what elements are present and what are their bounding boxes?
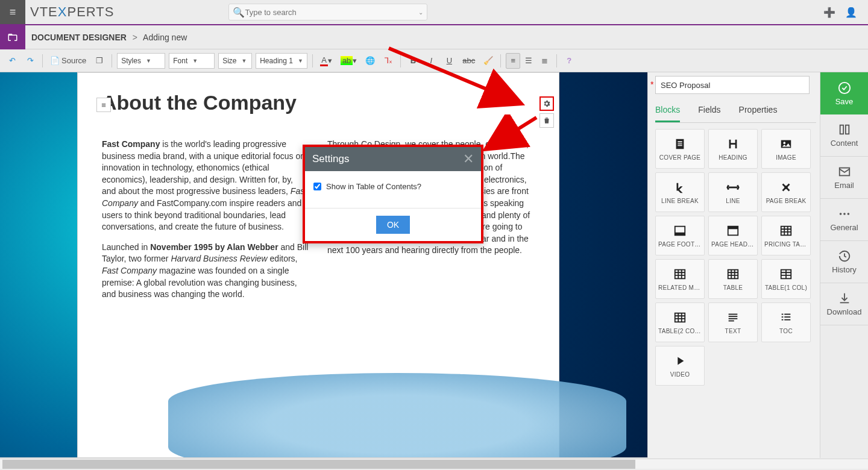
modal-ok-button[interactable]: OK (376, 216, 410, 234)
search-input[interactable] (245, 8, 418, 17)
user-profile-icon[interactable]: 👤 (845, 7, 857, 18)
bg-color-button[interactable]: ab▾ (338, 53, 359, 69)
styles-label: Styles (121, 57, 141, 65)
add-new-icon[interactable]: ➕ (823, 7, 835, 18)
source-button[interactable]: 📄 Source (48, 53, 89, 69)
text: Fast Company (102, 139, 160, 149)
help-button[interactable]: ? (562, 53, 576, 69)
block-label: PAGE HEADER (709, 241, 757, 248)
svg-point-6 (785, 186, 787, 188)
redo-button[interactable]: ↷ (23, 53, 37, 69)
breadcrumb-sep: > (133, 33, 137, 42)
block-item-line[interactable]: LINE (708, 172, 758, 212)
global-search[interactable]: 🔍 ⌄ (228, 4, 427, 20)
breadcrumb-main[interactable]: DOCUMENT DESIGNER (31, 33, 127, 42)
email-button[interactable]: Email (820, 157, 868, 199)
toolbar-divider (400, 54, 401, 67)
module-icon[interactable] (0, 25, 25, 49)
text-color-button[interactable]: A▾ (318, 53, 335, 69)
content-button[interactable]: Content (820, 114, 868, 157)
settings-modal: Settings ✕ Show in Table of Contents? OK (303, 145, 483, 243)
toc-checkbox-row[interactable]: Show in Table of Contents? (313, 182, 473, 191)
insert-image-button[interactable]: 🌐 (363, 53, 377, 69)
required-asterisk: * (650, 80, 653, 89)
block-item-page-header[interactable]: PAGE HEADER (708, 216, 758, 255)
tab-properties[interactable]: Properties (739, 101, 778, 122)
toc-checkbox[interactable] (313, 183, 321, 190)
tab-blocks[interactable]: Blocks (655, 101, 680, 122)
horizontal-scrollbar[interactable] (0, 459, 868, 469)
logo-text-b: PERTS (67, 4, 114, 19)
action-rail: Save Content Email General History Downl… (820, 72, 868, 458)
block-label: HEADING (709, 154, 757, 161)
document-title-input[interactable] (655, 76, 810, 94)
modal-close-button[interactable]: ✕ (463, 151, 474, 167)
align-right-button[interactable]: ≣ (537, 53, 552, 69)
size-select[interactable]: Size▼ (218, 53, 252, 69)
content-col-left[interactable]: Fast Company is the world's leading prog… (102, 139, 309, 301)
underline-button[interactable]: U (442, 53, 456, 69)
document-page[interactable]: About the Company Fast Company is the wo… (77, 72, 559, 458)
toolbar-divider (112, 54, 112, 67)
styles-select[interactable]: Styles▼ (117, 53, 165, 69)
align-center-button[interactable]: ☰ (521, 53, 536, 69)
undo-button[interactable]: ↶ (5, 53, 19, 69)
block-settings-button[interactable] (539, 96, 554, 111)
logo-text-a: VTE (30, 4, 58, 19)
size-label: Size (222, 57, 236, 65)
save-button[interactable]: Save (820, 72, 868, 114)
paste-button[interactable]: ❐ (92, 53, 107, 69)
toolbar-divider (500, 54, 501, 67)
svg-rect-12 (675, 269, 685, 278)
block-item-heading[interactable]: HEADING (708, 129, 758, 169)
page-heading[interactable]: About the Company (102, 91, 535, 114)
strike-button[interactable]: abc (460, 53, 477, 69)
block-item-cover-page[interactable]: COVER PAGE (655, 129, 705, 169)
worldmap-image (168, 373, 626, 458)
font-select[interactable]: Font▼ (169, 53, 215, 69)
svg-rect-24 (782, 319, 784, 320)
history-button[interactable]: History (820, 241, 868, 283)
breadcrumb-sub: Adding new (143, 33, 187, 42)
block-delete-button[interactable] (539, 113, 554, 128)
bold-button[interactable]: B (406, 53, 420, 69)
svg-point-31 (843, 213, 846, 215)
text: Harvard Business Review (171, 254, 267, 263)
svg-rect-18 (729, 318, 738, 319)
clear-formatting-button[interactable]: 🧹 (481, 53, 495, 69)
svg-rect-3 (678, 145, 682, 145)
block-item-table-1-col-[interactable]: TABLE(1 COL) (761, 259, 811, 299)
block-handle-icon[interactable]: ≡ (96, 98, 111, 112)
align-left-button[interactable]: ≡ (506, 53, 520, 69)
right-panel: * Blocks Fields Properties COVER PAGEHEA… (647, 72, 820, 458)
block-label: VIDEO (656, 371, 704, 378)
block-item-related-mo-[interactable]: RELATED MO... (655, 259, 705, 299)
download-button[interactable]: Download (820, 283, 868, 325)
general-button[interactable]: General (820, 199, 868, 241)
block-item-page-break[interactable]: PAGE BREAK (761, 172, 811, 212)
italic-button[interactable]: I (424, 53, 438, 69)
block-item-page-footer[interactable]: PAGE FOOTER (655, 216, 705, 255)
block-item-text[interactable]: TEXT (708, 302, 758, 342)
block-item-table[interactable]: TABLE (708, 259, 758, 299)
search-icon: 🔍 (233, 7, 245, 18)
block-item-image[interactable]: IMAGE (761, 129, 811, 169)
svg-rect-27 (840, 125, 843, 134)
block-label: TABLE (709, 284, 757, 291)
block-item-video[interactable]: VIDEO (655, 346, 705, 386)
text: Launched in (102, 242, 150, 252)
heading-select[interactable]: Heading 1▼ (256, 53, 307, 69)
remove-format-button[interactable]: Ꞁₓ (381, 53, 395, 69)
block-label: PAGE BREAK (762, 198, 810, 204)
menu-hamburger[interactable]: ≡ (0, 0, 25, 24)
block-label: TEXT (709, 328, 757, 334)
block-label: PRICING TAB... (762, 241, 810, 248)
search-dropdown-icon[interactable]: ⌄ (418, 9, 423, 16)
block-item-line-break[interactable]: LINE BREAK (655, 172, 705, 212)
svg-rect-25 (784, 319, 790, 320)
block-label: RELATED MO... (656, 284, 704, 291)
block-item-toc[interactable]: TOC (761, 302, 811, 342)
tab-fields[interactable]: Fields (698, 101, 720, 122)
block-item-table-2-col-[interactable]: TABLE(2 COL... (655, 302, 705, 342)
block-item-pricing-tab-[interactable]: PRICING TAB... (761, 216, 811, 255)
